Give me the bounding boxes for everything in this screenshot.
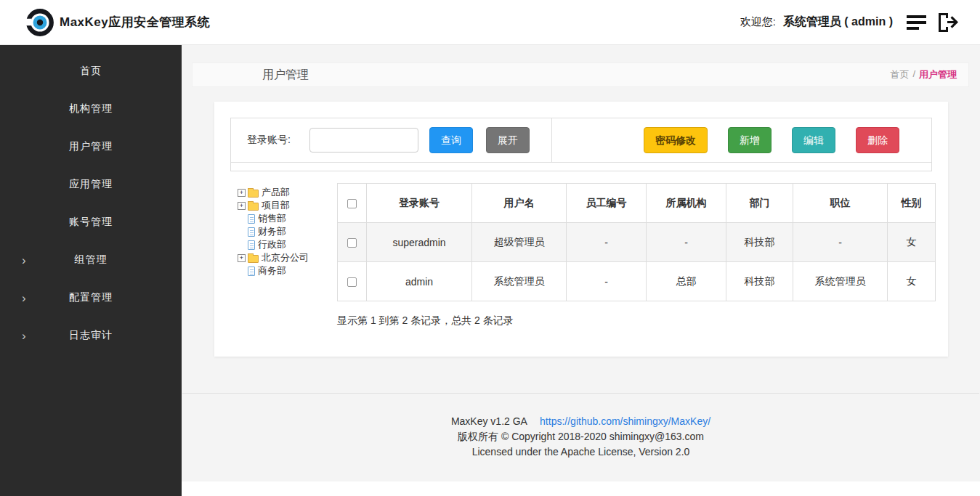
tree-node-label: 项目部	[262, 199, 290, 212]
table-cell: 科技部	[726, 262, 793, 301]
select-all-cell	[338, 184, 367, 223]
tree-node[interactable]: 商务部	[238, 264, 337, 277]
breadcrumb-home-link[interactable]: 首页	[890, 68, 909, 81]
folder-icon	[248, 190, 259, 198]
folder-icon	[248, 255, 259, 263]
breadcrumb: 首页 / 用户管理	[890, 68, 957, 81]
tree-node[interactable]: +产品部	[238, 186, 337, 199]
column-header[interactable]: 所属机构	[647, 184, 726, 223]
tree-node[interactable]: +北京分公司	[238, 251, 337, 264]
chevron-right-icon: ›	[22, 292, 27, 304]
add-button[interactable]: 新增	[728, 127, 772, 153]
sidebar-item-config[interactable]: ›配置管理	[0, 279, 182, 317]
pagination-summary: 显示第 1 到第 2 条记录，总共 2 条记录	[337, 314, 936, 328]
tree-node[interactable]: 行政部	[238, 238, 337, 251]
select-all-checkbox[interactable]	[347, 199, 357, 208]
sidebar-item-label: 账号管理	[69, 216, 113, 229]
edit-button[interactable]: 编辑	[792, 127, 835, 153]
tree-node-label: 北京分公司	[262, 251, 309, 264]
row-checkbox[interactable]	[347, 277, 357, 287]
column-header[interactable]: 登录账号	[367, 184, 472, 223]
query-button[interactable]: 查询	[429, 127, 473, 153]
content-card: 登录账号: 查询 展开 密码修改 新增 编辑 删除 +产品部+项目部销售部财务部…	[214, 102, 948, 357]
tree-node[interactable]: +项目部	[238, 199, 337, 212]
tree-node-label: 财务部	[258, 225, 286, 238]
tree-expand-icon[interactable]: +	[238, 254, 246, 262]
row-checkbox-cell	[338, 223, 367, 262]
tree-expand-icon[interactable]: +	[238, 189, 246, 197]
file-icon	[248, 227, 255, 237]
menu-icon[interactable]	[906, 14, 928, 31]
footer: MaxKey v1.2 GA https://github.com/shimin…	[182, 393, 979, 460]
maxkey-logo-icon	[25, 7, 55, 38]
breadcrumb-current: 用户管理	[919, 68, 957, 81]
tree-node-label: 销售部	[258, 212, 286, 225]
table-cell: 总部	[647, 262, 726, 301]
delete-button[interactable]: 删除	[856, 127, 899, 153]
table-cell: 超级管理员	[472, 223, 567, 262]
user-table-body: superadmin超级管理员--科技部-女admin系统管理员-总部科技部系统…	[338, 223, 936, 301]
table-area: 登录账号用户名员工编号所属机构部门职位性别 superadmin超级管理员--科…	[337, 183, 936, 328]
tree-node[interactable]: 财务部	[238, 225, 337, 238]
expand-button[interactable]: 展开	[486, 127, 530, 153]
sidebar: 首页机构管理用户管理应用管理账号管理›组管理›配置管理›日志审计	[0, 45, 182, 496]
table-cell: -	[647, 223, 726, 262]
footer-github-link[interactable]: https://github.com/shimingxy/MaxKey/	[540, 415, 710, 427]
sidebar-item-label: 机构管理	[69, 102, 113, 115]
table-cell: superadmin	[367, 223, 472, 262]
sidebar-item-label: 日志审计	[69, 329, 113, 342]
org-tree: +产品部+项目部销售部财务部行政部+北京分公司商务部	[230, 183, 337, 328]
breadcrumb-separator: /	[912, 68, 915, 81]
sidebar-item-app[interactable]: 应用管理	[0, 166, 182, 203]
file-icon	[248, 240, 255, 250]
column-header[interactable]: 部门	[726, 184, 793, 223]
table-cell: -	[567, 223, 647, 262]
user-table: 登录账号用户名员工编号所属机构部门职位性别 superadmin超级管理员--科…	[337, 183, 936, 301]
table-cell: -	[567, 262, 647, 301]
row-checkbox[interactable]	[347, 238, 357, 248]
sidebar-item-audit[interactable]: ›日志审计	[0, 317, 182, 354]
user-table-head-row: 登录账号用户名员工编号所属机构部门职位性别	[338, 184, 936, 223]
tree-node-label: 商务部	[258, 264, 286, 277]
bottom-strip	[182, 481, 980, 496]
table-row[interactable]: superadmin超级管理员--科技部-女	[338, 223, 936, 262]
sidebar-item-label: 配置管理	[69, 291, 113, 304]
tree-node[interactable]: 销售部	[238, 212, 337, 225]
change-password-button[interactable]: 密码修改	[644, 127, 708, 153]
sidebar-item-label: 用户管理	[69, 140, 113, 153]
logout-icon[interactable]	[935, 12, 960, 33]
file-icon	[248, 267, 255, 276]
chevron-right-icon: ›	[22, 330, 27, 342]
sidebar-item-group[interactable]: ›组管理	[0, 241, 182, 279]
table-cell: admin	[367, 262, 472, 301]
column-header[interactable]: 职位	[793, 184, 888, 223]
sidebar-item-home[interactable]: 首页	[0, 52, 182, 90]
footer-copyright: 版权所有 © Copyright 2018-2020 shimingxy@163…	[182, 429, 979, 444]
sidebar-item-org[interactable]: 机构管理	[0, 90, 182, 128]
sidebar-item-label: 应用管理	[69, 178, 113, 191]
current-user-label: 系统管理员 ( admin )	[783, 15, 893, 30]
login-account-input[interactable]	[309, 128, 418, 153]
column-header[interactable]: 用户名	[472, 184, 567, 223]
page-title: 用户管理	[262, 68, 309, 83]
column-header[interactable]: 员工编号	[567, 184, 647, 223]
brand[interactable]: MaxKey应用安全管理系统	[25, 7, 210, 38]
app-title: MaxKey应用安全管理系统	[60, 14, 210, 31]
sidebar-item-label: 组管理	[75, 253, 108, 267]
header-right: 欢迎您: 系统管理员 ( admin )	[740, 12, 960, 33]
column-header[interactable]: 性别	[888, 184, 936, 223]
table-row[interactable]: admin系统管理员-总部科技部系统管理员女	[338, 262, 936, 301]
search-group: 登录账号: 查询 展开	[247, 118, 552, 162]
footer-version-line: MaxKey v1.2 GA https://github.com/shimin…	[182, 414, 979, 429]
footer-license: Licensed under the Apache License, Versi…	[182, 444, 979, 460]
table-cell: 系统管理员	[472, 262, 567, 301]
sidebar-item-account[interactable]: 账号管理	[0, 203, 182, 241]
tree-expand-icon[interactable]: +	[238, 202, 246, 210]
sidebar-menu: 首页机构管理用户管理应用管理账号管理›组管理›配置管理›日志审计	[0, 45, 182, 354]
action-buttons: 密码修改 新增 编辑 删除	[644, 127, 931, 153]
main-area: 用户管理 首页 / 用户管理 登录账号: 查询 展开 密码修改 新增 编辑 删除…	[182, 45, 980, 496]
sidebar-item-user[interactable]: 用户管理	[0, 128, 182, 166]
breadcrumb-bar: 用户管理 首页 / 用户管理	[192, 62, 969, 87]
table-cell: 女	[888, 262, 936, 301]
file-icon	[248, 214, 255, 224]
